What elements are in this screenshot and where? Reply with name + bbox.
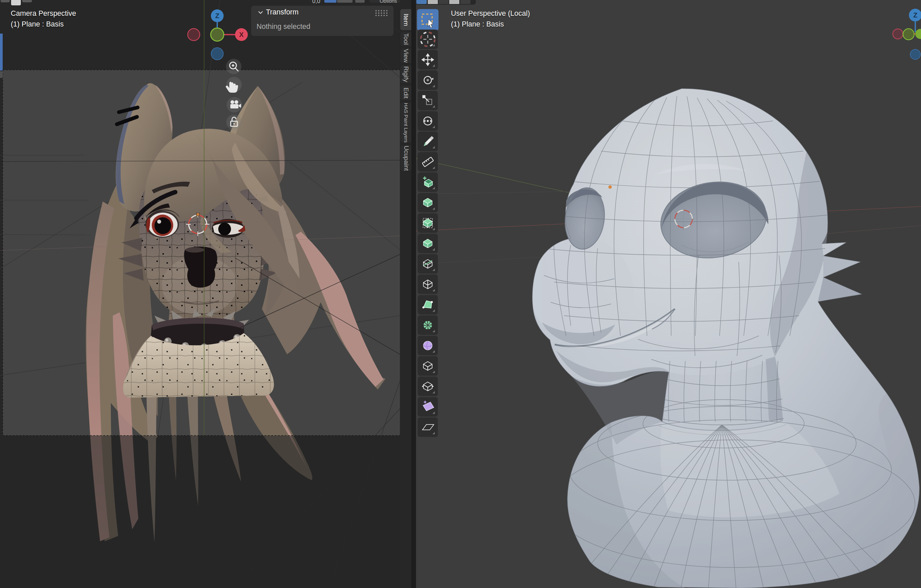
svg-text:X: X: [239, 31, 244, 38]
svg-text:Z: Z: [913, 11, 917, 19]
svg-text:Z: Z: [215, 12, 219, 20]
